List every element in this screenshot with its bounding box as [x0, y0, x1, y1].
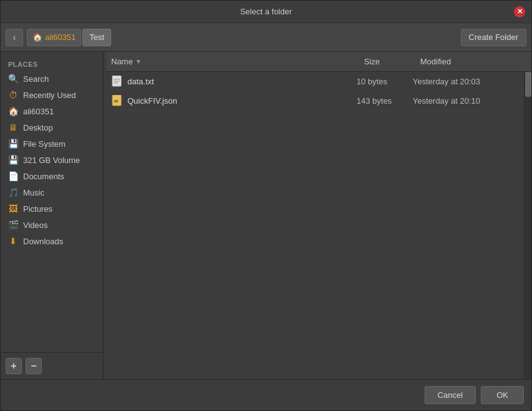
sidebar-item-desktop[interactable]: 🖥 Desktop — [1, 119, 103, 136]
file-list-header: Name ▼ Size Modified — [106, 52, 531, 72]
filesystem-icon: 💾 — [8, 139, 18, 149]
column-size-header[interactable]: Size — [364, 57, 420, 66]
column-modified-header[interactable]: Modified — [420, 57, 526, 66]
scrollbar-thumb — [525, 72, 531, 97]
title-bar: Select a folder ✕ — [1, 1, 531, 23]
dialog-title: Select a folder — [240, 7, 292, 16]
sidebar-item-search[interactable]: 🔍 Search — [1, 71, 103, 87]
file-area: Name ▼ Size Modified — [106, 52, 531, 379]
home-breadcrumb[interactable]: 🏠 ali60351 — [27, 29, 81, 46]
sidebar-item-filesystem[interactable]: 💾 File System — [1, 136, 103, 152]
sidebar-item-pictures[interactable]: 🖼 Pictures — [1, 201, 103, 217]
home-icon: 🏠 — [32, 32, 42, 42]
sidebar-label-filesystem: File System — [23, 139, 66, 149]
sidebar-section-label: Places — [1, 57, 103, 71]
column-name-label: Name — [111, 57, 133, 66]
sidebar-label-videos: Videos — [23, 220, 48, 230]
sidebar-item-recently-used[interactable]: ⏱ Recently Used — [1, 87, 103, 103]
table-row[interactable]: JS QuickFIV.json 143 bytes Yesterday at … — [106, 91, 524, 111]
music-icon: 🎵 — [8, 187, 18, 197]
volume-icon: 💾 — [8, 155, 18, 165]
file-list-container: data.txt 10 bytes Yesterday at 20:03 JS — [106, 72, 531, 379]
sidebar-label-recently-used: Recently Used — [23, 91, 76, 100]
file-modified-0: Yesterday at 20:03 — [413, 77, 519, 86]
sidebar-label-search: Search — [23, 74, 49, 84]
file-name-0: data.txt — [127, 77, 154, 86]
home-label: ali60351 — [45, 32, 76, 42]
documents-icon: 📄 — [8, 171, 18, 181]
file-name-cell-1: JS QuickFIV.json — [111, 95, 357, 106]
sidebar-label-home: ali60351 — [23, 107, 54, 116]
sidebar-label-documents: Documents — [23, 172, 64, 181]
file-name-1: QuickFIV.json — [127, 96, 177, 106]
cancel-button[interactable]: Cancel — [425, 386, 476, 404]
current-folder-breadcrumb[interactable]: Test — [82, 29, 111, 46]
table-row[interactable]: data.txt 10 bytes Yesterday at 20:03 — [106, 72, 524, 91]
toolbar: ‹ 🏠 ali60351 Test Create Folder — [1, 23, 531, 52]
sidebar-label-desktop: Desktop — [23, 123, 53, 132]
desktop-icon: 🖥 — [8, 122, 18, 132]
sidebar-item-volume[interactable]: 💾 321 GB Volume — [1, 152, 103, 168]
svg-text:JS: JS — [114, 99, 118, 103]
remove-bookmark-button[interactable]: − — [26, 358, 42, 374]
add-bookmark-button[interactable]: + — [6, 358, 22, 374]
home-sidebar-icon: 🏠 — [8, 106, 18, 116]
breadcrumb: 🏠 ali60351 Test — [27, 29, 457, 46]
pictures-icon: 🖼 — [8, 204, 18, 214]
file-modified-1: Yesterday at 20:10 — [413, 96, 519, 106]
file-size-0: 10 bytes — [357, 77, 413, 86]
sidebar-footer: + − — [1, 352, 103, 379]
file-name-cell-0: data.txt — [111, 76, 357, 87]
main-content: Places 🔍 Search ⏱ Recently Used 🏠 ali603… — [1, 52, 531, 379]
videos-icon: 🎬 — [8, 220, 18, 230]
dialog: Select a folder ✕ ‹ 🏠 ali60351 Test Crea… — [0, 0, 532, 411]
file-icon-json: JS — [111, 95, 122, 106]
column-name-header[interactable]: Name ▼ — [111, 57, 364, 66]
sidebar-label-pictures: Pictures — [23, 204, 52, 214]
sidebar-content: Places 🔍 Search ⏱ Recently Used 🏠 ali603… — [1, 52, 103, 352]
scrollbar[interactable] — [524, 72, 531, 379]
file-size-1: 143 bytes — [357, 96, 413, 106]
sidebar-item-music[interactable]: 🎵 Music — [1, 184, 103, 201]
sidebar-label-volume: 321 GB Volume — [23, 156, 80, 165]
file-list: data.txt 10 bytes Yesterday at 20:03 JS — [106, 72, 524, 379]
sidebar-item-home[interactable]: 🏠 ali60351 — [1, 103, 103, 119]
file-icon-txt — [111, 76, 122, 87]
downloads-icon: ⬇ — [8, 236, 18, 246]
sidebar-label-downloads: Downloads — [23, 237, 63, 246]
sort-icon: ▼ — [135, 58, 142, 65]
back-button[interactable]: ‹ — [6, 29, 23, 46]
sidebar-item-documents[interactable]: 📄 Documents — [1, 168, 103, 184]
sidebar-item-downloads[interactable]: ⬇ Downloads — [1, 233, 103, 249]
sidebar-item-videos[interactable]: 🎬 Videos — [1, 217, 103, 233]
create-folder-button[interactable]: Create Folder — [461, 29, 526, 46]
sidebar-label-music: Music — [23, 188, 44, 197]
bottom-bar: Cancel OK — [1, 379, 531, 410]
recently-used-icon: ⏱ — [8, 90, 18, 100]
search-icon: 🔍 — [8, 74, 18, 84]
sidebar: Places 🔍 Search ⏱ Recently Used 🏠 ali603… — [1, 52, 104, 379]
ok-button[interactable]: OK — [481, 386, 524, 404]
close-button[interactable]: ✕ — [514, 6, 525, 17]
